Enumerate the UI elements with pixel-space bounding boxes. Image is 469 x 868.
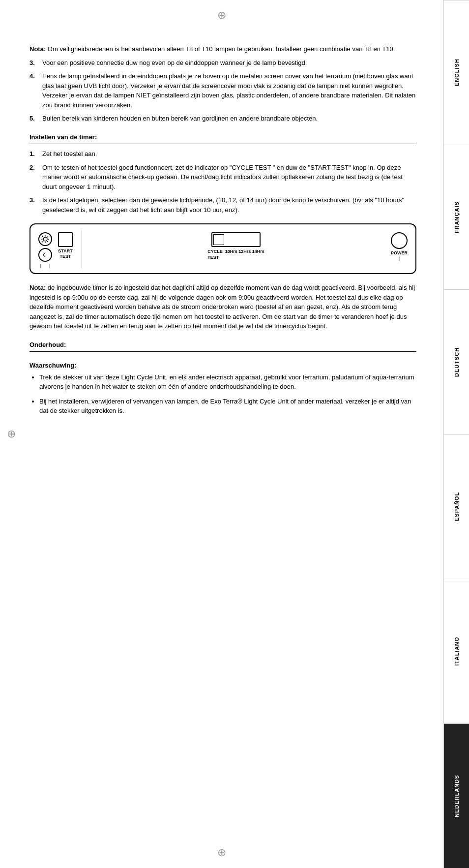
power-tick: |: [399, 256, 400, 261]
top-decoration-icon: ⊕: [217, 9, 226, 22]
cycle-slider-box: [211, 232, 261, 247]
section-maintenance: Onderhoud:: [29, 340, 416, 352]
sidebar-espanol-label: ESPAÑOL: [454, 492, 460, 521]
diagram-separator: [82, 230, 82, 268]
svg-point-0: [43, 237, 47, 241]
start-test-label: STARTTEST: [58, 248, 72, 259]
cycle-indicator: [213, 234, 224, 245]
timer-step-2: 2. Om te testen of het toestel goed func…: [29, 163, 416, 192]
nota2-paragraph: Nota: de ingebouwde timer is zo ingestel…: [29, 283, 416, 331]
moon-svg: [41, 251, 49, 259]
warning-item-2: Bij het installeren, verwijderen of verv…: [39, 397, 416, 416]
timer-step-1-num: 1.: [29, 149, 38, 159]
svg-line-8: [42, 241, 43, 242]
svg-line-7: [47, 236, 48, 237]
cycle-icons-row: [211, 232, 261, 247]
sun-tick: |: [40, 263, 41, 268]
power-circle-icon: [391, 232, 408, 249]
warning-item-1: Trek de stekker uit van deze Light Cycle…: [39, 372, 416, 392]
step-4: 4. Eens de lamp geïnstalleerd in de eind…: [29, 71, 416, 110]
step-4-num: 4.: [29, 71, 38, 110]
moon-circle-icon: [38, 248, 52, 262]
step-3-text: Voor een positieve connectie duw nog eve…: [42, 58, 307, 68]
bottom-decoration-icon: ⊕: [217, 846, 226, 859]
section-warning: Waarschuwing: Trek de stekker uit van de…: [29, 361, 416, 416]
timer-title: Instellen van de timer:: [29, 132, 416, 142]
nota1-paragraph: Nota: Om veiligheidsredenen is het aanbe…: [29, 44, 416, 54]
power-group: POWER |: [391, 232, 408, 261]
warning-title: Waarschuwing:: [29, 361, 416, 371]
power-label: POWER: [391, 250, 408, 255]
cycle-group: CYCLE 10Hrs 12Hrs 14HrsTEST: [91, 232, 381, 260]
maintenance-divider: [29, 351, 416, 352]
sidebar-deutsch-label: DEUTSCH: [454, 347, 460, 376]
nota1-text: Om veiligheidsredenen is het aanbevolen …: [46, 45, 395, 53]
step-3: 3. Voor een positieve connectie duw nog …: [29, 58, 416, 68]
warning-list: Trek de stekker uit van deze Light Cycle…: [29, 372, 416, 416]
step-4-text: Eens de lamp geïnstalleerd in de einddop…: [42, 71, 416, 110]
timer-step-3-text: Is de test afgelopen, selecteer dan de g…: [42, 195, 416, 215]
sidebar-item-francais[interactable]: FRANÇAIS: [444, 145, 469, 289]
device-diagram: | | STARTTEST: [29, 223, 416, 274]
moon-tick: |: [49, 263, 50, 268]
sidebar-english-label: ENGLISH: [454, 59, 460, 87]
timer-step-1: 1. Zet het toestel aan.: [29, 149, 416, 159]
timer-divider: [29, 144, 416, 144]
sidebar-item-italiano[interactable]: ITALIANO: [444, 579, 469, 723]
sidebar-item-espanol[interactable]: ESPAÑOL: [444, 434, 469, 579]
step-3-num: 3.: [29, 58, 38, 68]
main-content: ⊕ ⊕ Nota: Om veiligheidsredenen is het a…: [0, 0, 443, 868]
sun-icon-group: | |: [38, 232, 52, 268]
timer-step-3: 3. Is de test afgelopen, selecteer dan d…: [29, 195, 416, 215]
cycle-label: CYCLE 10Hrs 12Hrs 14HrsTEST: [207, 249, 264, 260]
timer-steps: 1. Zet het toestel aan. 2. Om te testen …: [29, 149, 416, 215]
nota2-label: Nota:: [29, 284, 46, 291]
timer-step-2-text: Om te testen of het toestel goed functio…: [42, 163, 416, 192]
nota1-label: Nota:: [29, 45, 46, 53]
step-5-text: Buiten bereik van kinderen houden en bui…: [42, 114, 318, 124]
sidebar: ENGLISH FRANÇAIS DEUTSCH ESPAÑOL ITALIAN…: [443, 0, 469, 868]
sidebar-item-nederlands[interactable]: NEDERLANDS: [444, 723, 469, 868]
step-5-num: 5.: [29, 114, 38, 124]
sidebar-nederlands-label: NEDERLANDS: [454, 775, 460, 817]
timer-step-2-num: 2.: [29, 163, 38, 192]
sun-circle-icon: [38, 232, 52, 246]
step-5: 5. Buiten bereik van kinderen houden en …: [29, 114, 416, 124]
left-cross-icon: ⊕: [7, 428, 16, 440]
sidebar-francais-label: FRANÇAIS: [454, 201, 460, 233]
timer-step-1-text: Zet het toestel aan.: [42, 149, 97, 159]
svg-line-6: [47, 241, 48, 242]
timer-step-3-num: 3.: [29, 195, 38, 215]
sidebar-item-deutsch[interactable]: DEUTSCH: [444, 289, 469, 434]
start-test-button-icon: [58, 232, 73, 247]
maintenance-title: Onderhoud:: [29, 340, 416, 350]
svg-line-5: [42, 236, 43, 237]
sun-svg: [41, 235, 50, 244]
section-timer: Instellen van de timer: 1. Zet het toest…: [29, 132, 416, 275]
sidebar-italiano-label: ITALIANO: [454, 637, 460, 666]
sidebar-item-english[interactable]: ENGLISH: [444, 0, 469, 145]
nota2-text: de ingebouwde timer is zo ingesteld dat …: [29, 284, 415, 330]
installation-steps: 3. Voor een positieve connectie duw nog …: [29, 58, 416, 124]
start-test-group: STARTTEST: [58, 232, 73, 259]
